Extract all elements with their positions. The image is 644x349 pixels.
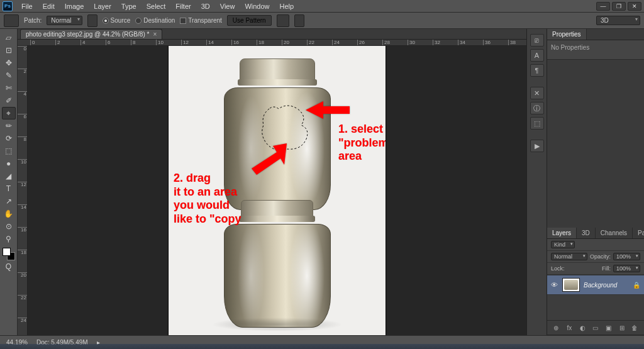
transparent-checkbox-label: Transparent: [188, 17, 222, 24]
tool-crop[interactable]: ✄: [2, 82, 16, 94]
menu-edit[interactable]: Edit: [38, 0, 60, 13]
patch-label: Patch:: [24, 17, 42, 24]
patch-mode-dropdown[interactable]: Normal: [47, 16, 82, 25]
tool-rotate[interactable]: ⚲: [2, 233, 16, 245]
os-taskbar: [0, 344, 644, 349]
use-pattern-button[interactable]: Use Pattern: [227, 15, 272, 26]
layer-visibility-icon[interactable]: 👁: [551, 281, 558, 289]
properties-body: No Properties: [547, 40, 644, 59]
trash-icon[interactable]: 🗑: [630, 323, 639, 332]
tool-type[interactable]: T: [2, 182, 16, 195]
foreground-background-colors[interactable]: [3, 248, 15, 260]
link-layers-icon[interactable]: ⊕: [552, 323, 560, 332]
menu-file[interactable]: File: [16, 0, 38, 13]
menu-image[interactable]: Image: [60, 0, 89, 13]
patch-swap-icon[interactable]: [87, 14, 97, 27]
strip-tools-icon[interactable]: ✕: [530, 87, 544, 99]
tool-hand[interactable]: ✋: [2, 208, 16, 220]
menu-filter[interactable]: Filter: [170, 0, 196, 13]
workspace-dropdown[interactable]: 3D: [596, 16, 640, 25]
svg-marker-1: [252, 143, 287, 175]
svg-marker-0: [306, 101, 350, 119]
tool-zoom[interactable]: ⊙: [2, 220, 16, 233]
strip-history-icon[interactable]: ⎚: [530, 34, 544, 47]
transparent-checkbox[interactable]: Transparent: [180, 17, 222, 24]
tool-brush[interactable]: ✏: [2, 119, 16, 132]
strip-info-icon[interactable]: ⓘ: [530, 102, 544, 114]
menu-bar: Ps File Edit Image Layer Type Select Fil…: [0, 0, 644, 13]
layers-panel: Layers 3D Channels Paths Kind Normal Opa…: [547, 228, 644, 335]
layers-panel-footer: ⊕ fx ◐ ▭ ▣ ⊞ 🗑: [547, 320, 644, 335]
app-logo: Ps: [3, 1, 13, 11]
vertical-ruler: 02468101214161820222426: [18, 46, 28, 335]
document-image: 1. select the "problem" area 2. drag it …: [169, 46, 386, 335]
tool-stamp[interactable]: ⟳: [2, 132, 16, 145]
properties-tab[interactable]: Properties: [547, 29, 587, 40]
annotation-text-2: 2. drag it to an area you would like to …: [174, 172, 242, 226]
strip-paragraph-icon[interactable]: ¶: [530, 64, 544, 77]
document-tab-row: photo editing3 step2.jpg @ 44.2% (RGB/8)…: [18, 29, 526, 40]
fill-input[interactable]: 100%: [613, 265, 640, 272]
menu-view[interactable]: View: [215, 0, 240, 13]
menu-3d[interactable]: 3D: [196, 0, 215, 13]
channels-tab[interactable]: Channels: [596, 228, 633, 238]
tool-marquee[interactable]: ⊡: [2, 44, 16, 57]
3d-tab[interactable]: 3D: [577, 228, 596, 238]
collapsed-panel-strip: ⎚ A ¶ ✕ ⓘ ⬚ ▶: [526, 29, 547, 335]
menu-window[interactable]: Window: [240, 0, 274, 13]
layer-row-background[interactable]: 👁 Background 🔒: [547, 275, 644, 295]
tool-quickmask[interactable]: Q: [2, 260, 16, 273]
tool-eyedropper[interactable]: ✐: [2, 94, 16, 107]
layers-tab[interactable]: Layers: [547, 228, 577, 238]
layer-name: Background: [584, 282, 629, 289]
blend-mode-dropdown[interactable]: Normal: [551, 253, 587, 260]
strip-character-icon[interactable]: A: [530, 49, 544, 62]
mask-icon[interactable]: ◐: [578, 323, 587, 332]
patch-tool-icon[interactable]: [4, 14, 19, 27]
tool-move[interactable]: ▱: [2, 31, 16, 44]
layer-thumbnail[interactable]: [562, 278, 580, 292]
options-bar: Patch: Normal Source Destination Transpa…: [0, 13, 644, 29]
opacity-label: Opacity:: [590, 253, 611, 260]
annotation-arrow-1: [306, 97, 350, 124]
tool-history-brush[interactable]: ⬚: [2, 145, 16, 157]
strip-actions-icon[interactable]: ▶: [530, 140, 544, 152]
tool-patch[interactable]: ⌖: [2, 107, 16, 119]
paths-tab[interactable]: Paths: [633, 228, 644, 238]
opacity-input[interactable]: 100%: [613, 253, 640, 260]
adjustment-icon[interactable]: ▭: [591, 323, 600, 332]
tool-wand[interactable]: ✎: [2, 69, 16, 82]
menu-type[interactable]: Type: [116, 0, 142, 13]
document-tab-label: photo editing3 step2.jpg @ 44.2% (RGB/8)…: [26, 31, 149, 38]
source-radio-label: Source: [111, 17, 131, 24]
destination-radio-label: Destination: [143, 17, 175, 24]
strip-swatches-icon[interactable]: ⬚: [530, 117, 544, 130]
close-window-button[interactable]: ✕: [628, 2, 641, 11]
canvas[interactable]: 1. select the "problem" area 2. drag it …: [28, 46, 526, 335]
menu-layer[interactable]: Layer: [89, 0, 116, 13]
fx-icon[interactable]: fx: [565, 323, 574, 332]
maximize-button[interactable]: ❐: [612, 2, 626, 11]
tool-eraser[interactable]: ●: [2, 157, 16, 170]
close-tab-icon[interactable]: ×: [153, 31, 157, 38]
toolbox: ▱ ⊡ ✥ ✎ ✄ ✐ ⌖ ✏ ⟳ ⬚ ● ◢ T ↗ ✋ ⊙ ⚲ Q: [0, 29, 18, 335]
tool-gradient[interactable]: ◢: [2, 170, 16, 182]
menu-select[interactable]: Select: [142, 0, 171, 13]
pattern-picker-icon[interactable]: [277, 14, 289, 27]
source-radio[interactable]: Source: [103, 17, 131, 24]
menu-help[interactable]: Help: [275, 0, 299, 13]
horizontal-ruler: 02468101214161820222426283032343638: [18, 40, 526, 46]
new-layer-icon[interactable]: ⊞: [618, 323, 626, 332]
layer-kind-filter[interactable]: Kind: [551, 241, 575, 248]
document-tab[interactable]: photo editing3 step2.jpg @ 44.2% (RGB/8)…: [20, 29, 162, 39]
group-icon[interactable]: ▣: [604, 323, 613, 332]
annotation-arrow-2: [249, 143, 287, 176]
document-area: photo editing3 step2.jpg @ 44.2% (RGB/8)…: [18, 29, 526, 335]
minimize-button[interactable]: —: [596, 2, 610, 11]
properties-panel: Properties No Properties: [547, 29, 644, 60]
destination-radio[interactable]: Destination: [135, 17, 175, 24]
diffusion-icon[interactable]: [294, 14, 304, 27]
tool-lasso[interactable]: ✥: [2, 57, 16, 69]
window-controls: — ❐ ✕: [594, 2, 641, 11]
tool-path[interactable]: ↗: [2, 195, 16, 208]
